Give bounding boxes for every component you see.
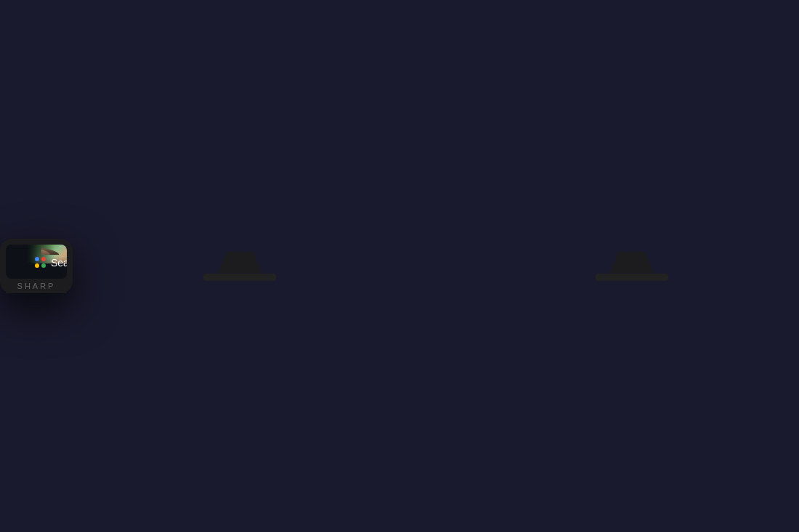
- tv-screen: Search Home Shop Discover Apps 🔔 2 ⚙ 👤 2…: [6, 245, 67, 279]
- foot-left: [203, 274, 276, 281]
- tv-bezel-bottom: SHARP: [6, 279, 67, 293]
- stand-foot: [73, 274, 799, 281]
- tv-stand: [73, 252, 799, 274]
- google-logo-icon: [35, 257, 46, 269]
- tv-outer: Search Home Shop Discover Apps 🔔 2 ⚙ 👤 2…: [0, 239, 73, 293]
- foot-right: [596, 274, 668, 281]
- stand-leg-right: [610, 252, 654, 274]
- navigation: Search Home Shop Discover Apps 🔔 2 ⚙ 👤 2…: [6, 245, 67, 279]
- stand-leg-left: [218, 252, 261, 274]
- tv-stand-container: [73, 252, 799, 281]
- search-label: Search: [51, 257, 67, 269]
- search-nav-item[interactable]: Search: [28, 253, 67, 273]
- tv-brand: SHARP: [17, 282, 56, 290]
